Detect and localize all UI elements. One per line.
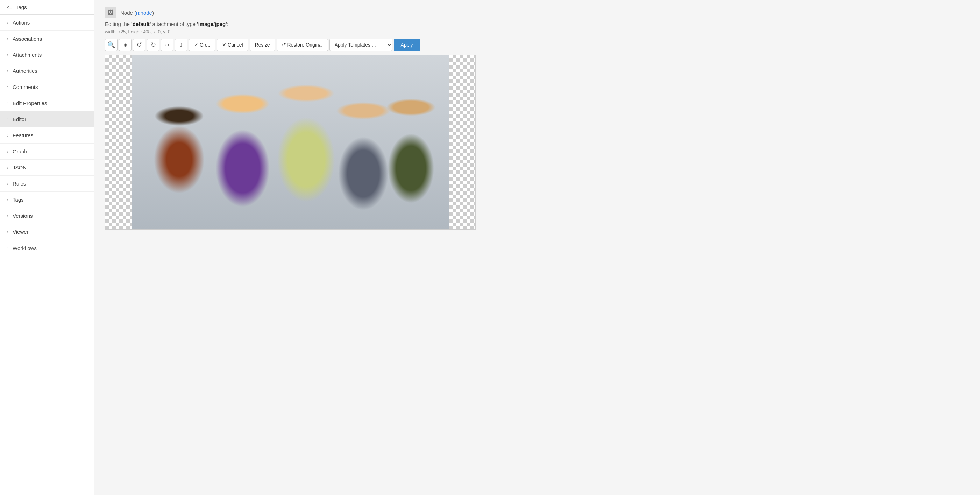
sidebar-item-graph[interactable]: › Graph: [0, 144, 94, 160]
chevron-icon: ›: [7, 20, 8, 25]
apply-button[interactable]: Apply: [394, 38, 420, 51]
checker-right: [449, 55, 475, 229]
rotate-ccw-button[interactable]: ↺: [133, 38, 145, 51]
sidebar-item-label: Versions: [13, 213, 33, 219]
restore-original-button[interactable]: ↺ Restore Original: [277, 38, 328, 51]
sidebar-item-label: Edit Properties: [13, 100, 47, 106]
sidebar-item-editor[interactable]: › Editor: [0, 111, 94, 128]
chevron-icon: ›: [7, 149, 8, 154]
sidebar-item-edit-properties[interactable]: › Edit Properties: [0, 95, 94, 111]
apply-templates-select[interactable]: Apply Templates ...Small ThumbnailMedium…: [329, 38, 393, 51]
image-canvas: [105, 54, 476, 230]
sidebar-item-label: Associations: [13, 36, 42, 42]
sidebar-item-actions[interactable]: › Actions: [0, 15, 94, 31]
chevron-icon: ›: [7, 165, 8, 170]
sidebar-item-label: Comments: [13, 84, 38, 90]
photo-area: [132, 55, 449, 229]
attachment-type: 'image/jpeg': [197, 21, 227, 27]
zoom-in-icon: ⊕: [124, 42, 127, 48]
sidebar-item-rules[interactable]: › Rules: [0, 176, 94, 192]
sidebar-item-authorities[interactable]: › Authorities: [0, 63, 94, 79]
sidebar-item-attachments[interactable]: › Attachments: [0, 47, 94, 63]
sidebar: 🏷 Tags › Actions › Associations › Attach…: [0, 0, 94, 495]
chevron-icon: ›: [7, 37, 8, 41]
node-title-row: 🖼 Node (n:node): [105, 7, 969, 18]
chevron-icon: ›: [7, 101, 8, 106]
sidebar-item-viewer[interactable]: › Viewer: [0, 224, 94, 240]
flip-horizontal-button[interactable]: ↔: [161, 38, 173, 51]
checker-left: [105, 55, 132, 229]
chevron-icon: ›: [7, 214, 8, 219]
sidebar-item-label: Workflows: [13, 245, 37, 251]
sidebar-item-label: Features: [13, 133, 33, 138]
sidebar-item-label: Attachments: [13, 52, 41, 58]
cast-photo: [132, 55, 449, 229]
sidebar-tags-label: Tags: [16, 4, 27, 10]
sidebar-item-label: Actions: [13, 19, 30, 26]
node-link[interactable]: n:node: [136, 10, 152, 16]
sidebar-item-label: Authorities: [13, 68, 37, 74]
sidebar-item-label: Graph: [13, 148, 27, 154]
sidebar-item-associations[interactable]: › Associations: [0, 31, 94, 47]
chevron-icon: ›: [7, 198, 8, 202]
sidebar-item-tags[interactable]: › Tags: [0, 192, 94, 208]
image-info: width: 725, height: 408, x: 0, y: 0: [105, 29, 969, 34]
chevron-icon: ›: [7, 53, 8, 57]
chevron-icon: ›: [7, 246, 8, 251]
chevron-icon: ›: [7, 230, 8, 235]
node-label: Node (n:node): [120, 10, 154, 16]
rotate-cw-icon: ↻: [151, 41, 156, 49]
sidebar-item-comments[interactable]: › Comments: [0, 79, 94, 95]
attachment-name: 'default': [131, 21, 151, 27]
flip-vertical-button[interactable]: ↕: [175, 38, 188, 51]
sidebar-item-features[interactable]: › Features: [0, 128, 94, 144]
zoom-in-button[interactable]: ⊕: [119, 38, 132, 51]
resize-button[interactable]: Resize: [250, 38, 275, 51]
sidebar-item-workflows[interactable]: › Workflows: [0, 240, 94, 256]
sidebar-item-label: Rules: [13, 180, 26, 187]
zoom-out-icon: 🔍: [107, 41, 115, 49]
sidebar-item-label: Editor: [13, 116, 26, 122]
rotate-ccw-icon: ↺: [137, 41, 142, 49]
chevron-icon: ›: [7, 69, 8, 73]
sidebar-item-label: Viewer: [13, 229, 29, 235]
sidebar-item-label: Tags: [13, 197, 24, 203]
toolbar: 🔍 ⊕ ↺ ↻ ↔ ↕ ✓ Crop ✕ Cancel Resize ↺ Res…: [105, 38, 969, 51]
chevron-icon: ›: [7, 117, 8, 122]
cancel-button[interactable]: ✕ Cancel: [217, 38, 248, 51]
tag-icon: 🏷: [7, 4, 12, 10]
editing-notice: Editing the 'default' attachment of type…: [105, 21, 969, 27]
sidebar-item-tags-top[interactable]: 🏷 Tags: [0, 0, 94, 15]
sidebar-item-label: JSON: [13, 164, 27, 171]
chevron-icon: ›: [7, 181, 8, 186]
sidebar-item-json[interactable]: › JSON: [0, 160, 94, 176]
zoom-out-button[interactable]: 🔍: [105, 38, 118, 51]
node-thumbnail: 🖼: [105, 7, 116, 18]
crop-button[interactable]: ✓ Crop: [189, 38, 215, 51]
chevron-icon: ›: [7, 133, 8, 138]
flip-v-icon: ↕: [180, 41, 183, 49]
main-content: 🖼 Node (n:node) Editing the 'default' at…: [94, 0, 980, 495]
chevron-icon: ›: [7, 85, 8, 89]
sidebar-item-versions[interactable]: › Versions: [0, 208, 94, 224]
rotate-cw-button[interactable]: ↻: [147, 38, 159, 51]
flip-h-icon: ↔: [164, 41, 170, 49]
